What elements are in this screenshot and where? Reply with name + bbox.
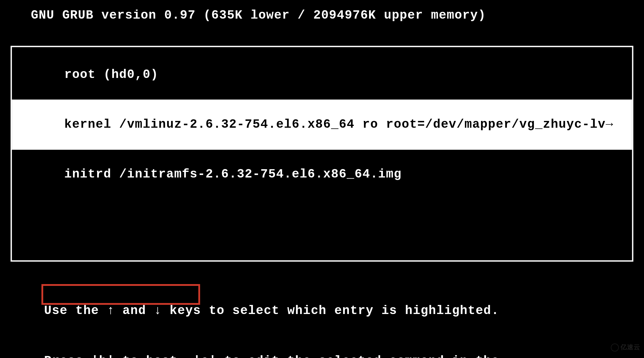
grub-header: GNU GRUB version 0.97 (635K lower / 2094… — [0, 0, 644, 24]
grub-help-text: Use the ↑ and ↓ keys to select which ent… — [44, 270, 644, 358]
watermark: 亿速云 — [611, 343, 640, 351]
watermark-icon — [611, 343, 619, 351]
grub-title: GNU GRUB version 0.97 (635K lower / 2094… — [31, 8, 486, 22]
grub-menu-box[interactable]: root (hd0,0) kernel /vmlinuz-2.6.32-754.… — [11, 46, 633, 261]
grub-screen: GNU GRUB version 0.97 (635K lower / 2094… — [0, 0, 644, 353]
watermark-text: 亿速云 — [621, 343, 640, 351]
menu-entry-text: root (hd0,0) — [64, 68, 158, 81]
help-line: Press 'b' to boot, 'e' to edit the selec… — [44, 353, 644, 358]
menu-entry-text: kernel /vmlinuz-2.6.32-754.el6.x86_64 ro… — [64, 118, 613, 131]
menu-entry-initrd[interactable]: initrd /initramfs-2.6.32-754.el6.x86_64.… — [12, 150, 632, 200]
menu-entry-text: initrd /initramfs-2.6.32-754.el6.x86_64.… — [64, 167, 401, 181]
menu-entry-kernel[interactable]: kernel /vmlinuz-2.6.32-754.el6.x86_64 ro… — [12, 100, 632, 150]
help-line: Use the ↑ and ↓ keys to select which ent… — [44, 303, 644, 319]
menu-entry-root[interactable]: root (hd0,0) — [12, 50, 632, 100]
